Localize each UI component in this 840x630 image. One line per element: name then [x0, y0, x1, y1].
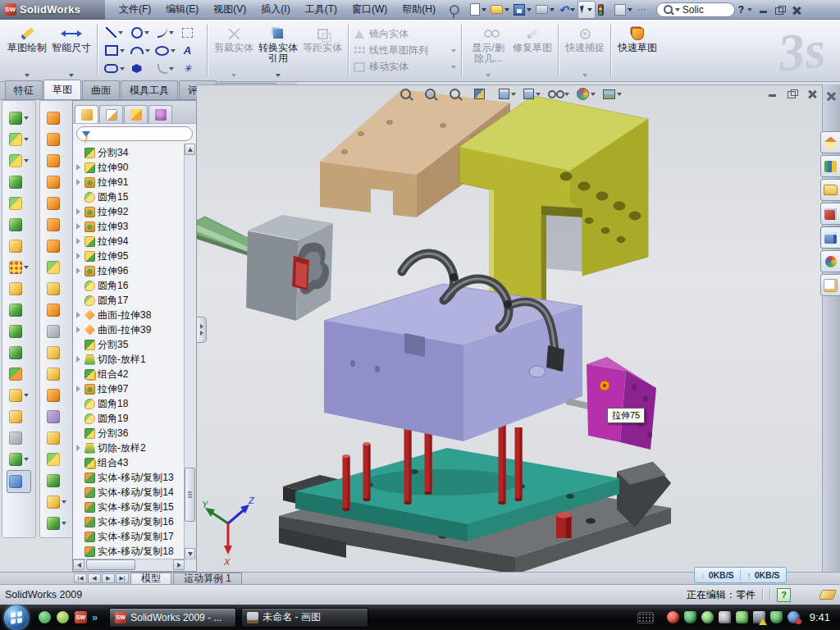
tray-icon[interactable] [770, 611, 783, 623]
tool-button[interactable] [9, 363, 29, 385]
ribbon-button[interactable]: 镜向实体 [353, 27, 458, 42]
tree-item[interactable]: 拉伸95 [75, 249, 196, 263]
toolbar-button[interactable]: ⋯ [635, 2, 653, 17]
tree-filter-input[interactable] [76, 126, 193, 141]
quick-tip-help-button[interactable]: ? [777, 588, 791, 602]
tool-button[interactable] [9, 449, 29, 470]
doc-close-button[interactable] [807, 89, 817, 98]
scroll-right-arrow[interactable] [173, 559, 185, 570]
help-dropdown-icon[interactable] [747, 8, 752, 11]
taskpane-tab[interactable] [820, 179, 840, 201]
headsup-button[interactable] [548, 90, 569, 98]
menu-item[interactable]: 视图(V) [206, 0, 253, 19]
ribbon-button[interactable]: 快速草图 [615, 21, 660, 80]
scroll-down-arrow[interactable] [185, 548, 195, 559]
sketch-tool-button[interactable]: ✳ [178, 60, 203, 78]
tree-item[interactable]: 圆角16 [75, 278, 196, 293]
tray-icon[interactable] [788, 611, 800, 623]
tool-button[interactable] [47, 278, 66, 299]
sketch-tool-button[interactable]: A [178, 42, 203, 60]
tree-item[interactable]: 拉伸91 [75, 175, 196, 189]
menu-item[interactable]: 编辑(E) [158, 0, 206, 19]
minimize-button[interactable] [759, 6, 769, 14]
menu-item[interactable]: 帮助(H) [395, 0, 443, 19]
tool-button[interactable] [47, 171, 66, 193]
ribbon-button[interactable]: 草图绘制 [5, 21, 49, 80]
next-tab-button[interactable]: ▶ [102, 573, 115, 583]
tool-button[interactable] [47, 321, 66, 342]
headsup-button[interactable] [425, 89, 442, 99]
expand-arrow-icon[interactable] [75, 312, 82, 318]
tree-item[interactable]: 圆角17 [75, 293, 196, 308]
start-button[interactable] [4, 605, 29, 630]
tray-icon[interactable] [684, 611, 696, 623]
taskpane-tab[interactable] [820, 155, 840, 177]
headsup-button[interactable] [450, 89, 467, 99]
keyboard-layout-icon[interactable] [637, 612, 654, 623]
toolbar-button[interactable] [596, 2, 612, 17]
taskpane-close-icon[interactable] [826, 91, 836, 101]
tree-item[interactable]: 拉伸90 [75, 160, 196, 175]
restore-button[interactable] [775, 6, 785, 14]
quick-launch-more-icon[interactable]: » [92, 611, 98, 623]
taskbar-clock[interactable]: 9:41 [810, 611, 830, 623]
tool-button[interactable] [47, 107, 66, 129]
network-speed-widget[interactable]: ↓0KB/S ↑0KB/S [694, 567, 787, 583]
ribbon-button[interactable]: 智能尺寸 [49, 21, 94, 80]
graphics-viewport[interactable]: Y Z X [197, 84, 822, 572]
ribbon-button[interactable]: 快速捕捉 [563, 21, 607, 80]
toolbar-button[interactable] [448, 2, 468, 17]
tree-item[interactable]: 分割36 [75, 426, 196, 441]
menu-item[interactable]: 插入(I) [253, 0, 297, 19]
sketch-tool-button[interactable] [102, 60, 127, 78]
taskpane-tab[interactable] [820, 131, 840, 153]
tray-icon[interactable] [701, 611, 714, 623]
ribbon-button[interactable]: 等距实体 [300, 21, 345, 80]
model-3d[interactable]: Y Z X [197, 85, 822, 572]
toolbar-button[interactable] [489, 2, 511, 17]
taskpane-tab[interactable] [820, 250, 840, 272]
sketch-tool-button[interactable] [153, 60, 178, 78]
tree-item[interactable]: 实体-移动/复制14 [75, 485, 196, 500]
tray-icon[interactable] [719, 611, 731, 623]
document-tab[interactable]: 模型 [130, 573, 171, 584]
sketch-tool-button[interactable] [102, 24, 127, 42]
tool-button[interactable] [47, 513, 66, 534]
sketch-tool-button[interactable] [127, 42, 153, 60]
ribbon-button[interactable]: 线性草图阵列 [353, 43, 458, 58]
tool-button[interactable] [9, 150, 29, 171]
tool-button[interactable] [47, 363, 66, 385]
sketch-tool-button[interactable] [153, 24, 178, 42]
expand-arrow-icon[interactable] [75, 267, 82, 274]
manager-tab[interactable] [148, 105, 172, 123]
tray-icon[interactable] [667, 611, 679, 623]
tray-icon[interactable] [736, 611, 748, 623]
search-box[interactable]: Solic [656, 2, 735, 17]
ribbon-button[interactable]: 修复草图 [510, 21, 555, 80]
quick-launch-icon[interactable] [57, 611, 69, 623]
tag-icon[interactable] [819, 590, 837, 600]
expand-arrow-icon[interactable] [75, 164, 82, 171]
tree-item[interactable]: 切除-放样1 [75, 352, 196, 367]
tool-button[interactable] [47, 342, 66, 363]
toolbar-button[interactable] [468, 2, 488, 17]
tree-item[interactable]: 拉伸93 [75, 219, 196, 234]
tool-button[interactable] [47, 385, 66, 406]
tool-button[interactable] [9, 342, 29, 363]
tool-button[interactable] [47, 491, 66, 513]
tree-horizontal-scrollbar[interactable] [73, 559, 196, 571]
sketch-tool-button[interactable] [127, 60, 153, 78]
toolbar-button[interactable] [534, 2, 556, 17]
tool-button[interactable] [47, 427, 66, 449]
taskbar-window-button[interactable]: 未命名 - 画图 [241, 608, 368, 628]
headsup-button[interactable] [474, 89, 491, 99]
toolbar-button[interactable] [512, 2, 533, 17]
tool-button[interactable] [9, 171, 29, 193]
tool-button[interactable] [9, 193, 29, 214]
sketch-tool-button[interactable] [102, 42, 127, 60]
tree-item[interactable]: 组合42 [75, 367, 196, 381]
headsup-button[interactable] [577, 88, 596, 100]
menu-item[interactable]: 工具(T) [298, 0, 345, 19]
scroll-left-arrow[interactable] [73, 559, 84, 570]
expand-arrow-icon[interactable] [75, 326, 82, 333]
